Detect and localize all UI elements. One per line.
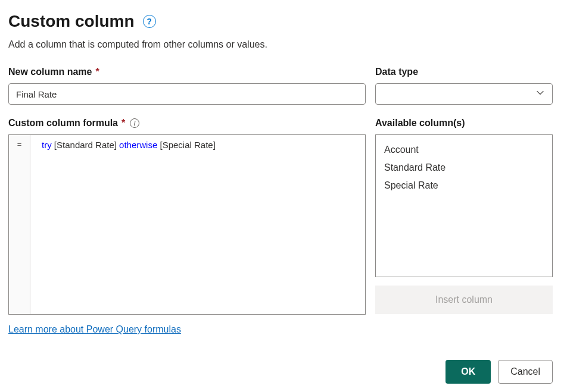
data-type-select[interactable] <box>375 83 553 105</box>
column-name-label-text: New column name <box>8 67 92 77</box>
list-item[interactable]: Account <box>384 141 544 159</box>
formula-label: Custom column formula * i <box>8 118 366 128</box>
learn-more-link[interactable]: Learn more about Power Query formulas <box>8 324 181 335</box>
formula-equals: = <box>17 140 22 314</box>
formula-kw-otherwise: otherwise <box>119 140 157 150</box>
list-item[interactable]: Special Rate <box>384 177 544 195</box>
available-columns-list: Account Standard Rate Special Rate <box>375 134 553 277</box>
data-type-label-text: Data type <box>375 67 418 77</box>
data-type-label: Data type <box>375 67 553 77</box>
required-marker: * <box>95 67 99 77</box>
column-name-input[interactable] <box>8 83 366 105</box>
available-columns-label-text: Available column(s) <box>375 118 465 128</box>
ok-button[interactable]: OK <box>446 360 491 384</box>
formula-ref-1: [Standard Rate] <box>52 140 119 150</box>
help-icon[interactable]: ? <box>143 15 156 28</box>
insert-column-button[interactable]: Insert column <box>375 286 553 314</box>
info-icon[interactable]: i <box>130 118 139 128</box>
formula-ref-2: [Special Rate] <box>157 140 216 150</box>
available-columns-label: Available column(s) <box>375 118 553 128</box>
cancel-button[interactable]: Cancel <box>498 360 553 384</box>
formula-editor[interactable]: = try [Standard Rate] otherwise [Special… <box>8 134 366 315</box>
formula-content[interactable]: try [Standard Rate] otherwise [Special R… <box>30 135 365 314</box>
page-subtitle: Add a column that is computed from other… <box>8 39 559 50</box>
list-item[interactable]: Standard Rate <box>384 159 544 177</box>
formula-kw-try: try <box>42 140 52 150</box>
column-name-label: New column name * <box>8 67 366 77</box>
formula-gutter: = <box>9 135 30 314</box>
page-title: Custom column <box>8 12 135 31</box>
formula-label-text: Custom column formula <box>8 118 118 128</box>
required-marker: * <box>122 118 125 128</box>
